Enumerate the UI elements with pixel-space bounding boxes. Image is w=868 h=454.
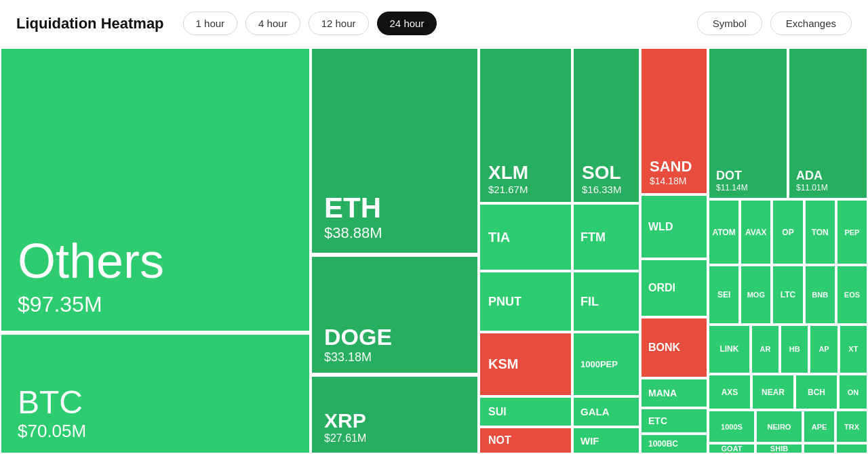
link-block: LINK	[708, 325, 751, 374]
axs-block: AXS	[708, 374, 751, 411]
ordi-symbol: ORDI	[648, 282, 700, 294]
gala-symbol: GALA	[580, 406, 632, 417]
sand-symbol: SAND	[650, 158, 698, 176]
xlm-block: XLM $21.67M	[479, 47, 572, 203]
1000s-block: 1000S	[708, 410, 755, 443]
eth-block: ETH $38.88M	[311, 47, 479, 254]
sol-block: SOL $16.33M	[572, 47, 640, 203]
sol-symbol: SOL	[582, 162, 631, 184]
wif-symbol: WIF	[580, 435, 632, 447]
xt-block: XT	[839, 325, 868, 374]
row-4: LINK AR HB AP XT	[708, 325, 868, 374]
not-symbol: NOT	[488, 434, 563, 447]
heatmap: Others $97.35M BTC $70.05M ETH $38.88M D…	[0, 47, 868, 454]
ftm-symbol: FTM	[580, 230, 632, 245]
xrp-symbol: XRP	[324, 409, 465, 432]
top-tiny-row: DOT $11.14M ADA $11.01M	[708, 47, 868, 199]
wld-symbol: WLD	[648, 221, 700, 233]
pnut-symbol: PNUT	[488, 295, 563, 309]
ap-block: AP	[809, 325, 838, 374]
sol-value: $16.33M	[582, 184, 631, 195]
dot-block: DOT $11.14M	[708, 47, 788, 199]
op-block: OP	[772, 199, 804, 265]
others-value: $97.35M	[18, 292, 293, 317]
col-sand: SAND $14.18M WLD ORDI BONK MANA ETC	[640, 47, 708, 454]
bonk-symbol: BONK	[648, 342, 700, 354]
xrp-block: XRP $27.61M	[311, 375, 479, 454]
time-btn-24h[interactable]: 24 hour	[377, 12, 437, 35]
bnb-block: BNB	[804, 265, 836, 325]
pnut-block: PNUT	[479, 271, 572, 332]
ar-block: AR	[751, 325, 780, 374]
1000b-symbol: 1000BC	[648, 439, 700, 449]
sui-block: SUI	[479, 396, 572, 427]
eth-value: $38.88M	[324, 224, 465, 242]
goat-block: GOAT	[708, 443, 755, 454]
mana-block: MANA	[640, 378, 708, 407]
sui-symbol: SUI	[488, 406, 563, 418]
row-5: AXS NEAR BCH ON	[708, 374, 868, 411]
bch-block: BCH	[795, 374, 838, 411]
ada-value: $11.01M	[796, 183, 860, 192]
etc-block: ETC	[640, 408, 708, 434]
not-block: NOT	[479, 427, 572, 454]
wif-block: WIF	[572, 427, 640, 454]
avax-block: AVAX	[740, 199, 772, 265]
left-panel: Others $97.35M BTC $70.05M	[0, 47, 311, 454]
mana-symbol: MANA	[648, 388, 700, 398]
row-3: SEI MOG LTC BNB EOS	[708, 265, 868, 325]
row-7: GOAT SHIB	[708, 443, 868, 454]
ape-block: APE	[803, 410, 835, 443]
tia-block: TIA	[479, 203, 572, 271]
wld-block: WLD	[640, 194, 708, 259]
row-2: ATOM AVAX OP TON PEP	[708, 199, 868, 265]
time-btn-1h[interactable]: 1 hour	[183, 12, 238, 35]
fil-symbol: FIL	[580, 295, 632, 309]
xlm-value: $21.67M	[488, 184, 563, 195]
1000pep-block: 1000PEP	[572, 332, 640, 396]
mo-block: MOG	[740, 265, 772, 325]
fil-block: FIL	[572, 271, 640, 332]
eos-block: EOS	[836, 265, 868, 325]
col-xlm: XLM $21.67M TIA PNUT KSM SUI NOT	[479, 47, 572, 454]
trx-block: TRX	[835, 410, 868, 443]
col-sol: SOL $16.33M FTM FIL 1000PEP GALA WIF	[572, 47, 640, 454]
right-area: XLM $21.67M TIA PNUT KSM SUI NOT	[479, 47, 868, 454]
shib-block: SHIB	[755, 443, 803, 454]
ada-symbol: ADA	[796, 169, 860, 183]
page-title: Liquidation Heatmap	[16, 15, 164, 33]
sand-value: $14.18M	[650, 176, 698, 186]
extra1-block	[803, 443, 835, 454]
ksm-block: KSM	[479, 332, 572, 396]
doge-symbol: DOGE	[324, 324, 465, 350]
neiro-block: NEIRO	[755, 410, 803, 443]
on-block: ON	[838, 374, 868, 411]
exchanges-filter-btn[interactable]: Exchanges	[770, 12, 852, 35]
ftm-block: FTM	[572, 203, 640, 271]
ton-block: TON	[804, 199, 836, 265]
symbol-filter-btn[interactable]: Symbol	[697, 12, 762, 35]
time-btn-4h[interactable]: 4 hour	[245, 12, 300, 35]
eth-symbol: ETH	[324, 192, 465, 224]
tia-symbol: TIA	[488, 230, 563, 245]
etc-symbol: ETC	[648, 415, 700, 426]
header: Liquidation Heatmap 1 hour 4 hour 12 hou…	[0, 0, 868, 47]
ada-block: ADA $11.01M	[788, 47, 868, 199]
doge-value: $33.18M	[324, 350, 465, 365]
ordi-block: ORDI	[640, 259, 708, 317]
sei-block: SEI	[708, 265, 740, 325]
dot-symbol: DOT	[716, 169, 780, 183]
ltc-block: LTC	[772, 265, 804, 325]
tiny-cols-area: DOT $11.14M ADA $11.01M ATOM AVAX OP TON…	[708, 47, 868, 454]
bonk-block: BONK	[640, 317, 708, 378]
ksm-symbol: KSM	[488, 356, 563, 372]
doge-block: DOGE $33.18M	[311, 255, 479, 374]
1000pep-symbol: 1000PEP	[580, 359, 632, 369]
near-block: NEAR	[751, 374, 795, 411]
hb-block: HB	[780, 325, 809, 374]
others-symbol: Others	[18, 236, 293, 285]
time-btn-12h[interactable]: 12 hour	[309, 12, 369, 35]
extra2-block	[835, 443, 868, 454]
pep-block: PEP	[836, 199, 868, 265]
btc-symbol: BTC	[18, 384, 293, 421]
